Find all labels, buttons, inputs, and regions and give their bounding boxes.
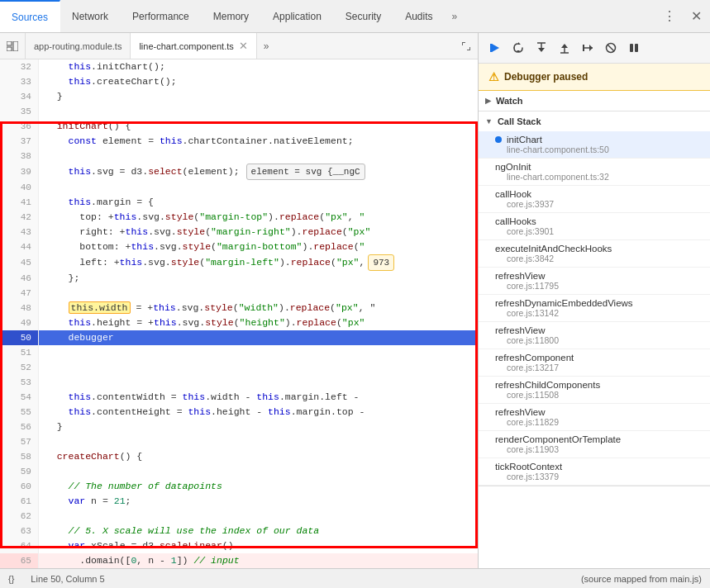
file-tab-close-button[interactable]: ✕ <box>239 40 248 51</box>
value-tooltip-973[interactable]: 973 <box>368 254 394 271</box>
step-out-button[interactable] <box>555 38 574 58</box>
tab-memory[interactable]: Memory <box>202 0 261 32</box>
step-button[interactable] <box>578 38 598 58</box>
tab-memory-label: Memory <box>213 11 249 22</box>
call-stack-item-refreshview-1[interactable]: refreshView core.js:11795 <box>479 268 710 295</box>
code-line-45: 45 left: +this.svg.style("margin-left").… <box>0 254 478 271</box>
call-stack-fn-name: refreshComponent <box>495 353 574 363</box>
code-line-65: 65 .domain([0, n - 1]) // input <box>0 553 478 568</box>
nav-spacer <box>464 0 656 32</box>
call-stack-item-ngoninit[interactable]: ngOnInit line-chart.component.ts:32 <box>479 159 710 186</box>
call-stack-fn-name: executeInitAndCheckHooks <box>495 244 612 254</box>
file-tab-app-routing-label: app-routing.module.ts <box>34 41 122 51</box>
tab-performance[interactable]: Performance <box>121 0 202 32</box>
call-stack-item-refreshchild[interactable]: refreshChildComponents core.js:11508 <box>479 377 710 404</box>
call-stack-location: core.js:11795 <box>495 281 700 291</box>
code-line-48: 48 this.width = +this.svg.style("width")… <box>0 301 478 315</box>
svg-marker-8 <box>538 48 545 52</box>
step-over-button[interactable] <box>508 38 528 58</box>
code-line-50-debug: 50 debugger <box>0 330 478 345</box>
svg-marker-11 <box>561 44 568 48</box>
call-stack-location: line-chart.component.ts:50 <box>495 145 700 154</box>
inline-expression-tooltip[interactable]: element = svg {__ngC <box>246 164 365 180</box>
tab-audits[interactable]: Audits <box>393 0 445 32</box>
more-file-tabs-button[interactable]: » <box>257 33 276 59</box>
watch-section: ▶ Watch <box>479 91 710 111</box>
step-into-button[interactable] <box>531 38 551 58</box>
code-line-53: 53 <box>0 375 478 390</box>
call-stack-location: core.js:11508 <box>495 390 700 400</box>
code-line-32: 32 this.initChart(); <box>0 59 478 74</box>
code-line-63: 63 // 5. X scale will use the index of o… <box>0 524 478 538</box>
code-line-47: 47 <box>0 286 478 301</box>
code-line-33: 33 this.createChart(); <box>0 74 478 89</box>
svg-rect-4 <box>490 44 493 52</box>
code-line-64: 64 var xScale = d3.scaleLinear() <box>0 538 478 553</box>
code-line-54: 54 this.contentWidth = this.width - this… <box>0 390 478 405</box>
file-tab-app-routing[interactable]: app-routing.module.ts <box>26 33 131 59</box>
source-map-info: (source mapped from main.js) <box>581 574 702 584</box>
var-highlight-this-width: this.width <box>69 301 131 314</box>
deactivate-breakpoints-button[interactable] <box>601 38 621 58</box>
svg-rect-19 <box>635 44 638 52</box>
tab-security-label: Security <box>345 11 381 22</box>
call-stack-fn-name: callHook <box>495 189 531 199</box>
tab-sources[interactable]: Sources <box>0 0 60 32</box>
call-stack-fn-name: callHooks <box>495 216 536 226</box>
call-stack-item-callhooks[interactable]: callHooks core.js:3901 <box>479 213 710 240</box>
call-stack-item-refreshdynamic[interactable]: refreshDynamicEmbeddedViews core.js:1314… <box>479 295 710 322</box>
expand-icon <box>461 41 471 51</box>
tab-application[interactable]: Application <box>261 0 334 32</box>
call-stack-item-callhook[interactable]: callHook core.js:3937 <box>479 186 710 213</box>
call-stack-header[interactable]: ▼ Call Stack <box>479 111 710 131</box>
code-line-35: 35 <box>0 104 478 119</box>
call-stack-item-executeinit[interactable]: executeInitAndCheckHooks core.js:3842 <box>479 240 710 268</box>
step-icon <box>582 42 593 54</box>
call-stack-location: core.js:13217 <box>495 363 700 372</box>
tab-network-label: Network <box>72 11 108 22</box>
call-stack-arrow-icon: ▼ <box>485 117 493 126</box>
debugger-panel: ⚠ Debugger paused ▶ Watch ▼ Call Stack i… <box>479 33 710 568</box>
tab-network[interactable]: Network <box>60 0 121 32</box>
call-stack-item-tickroot[interactable]: tickRootContext core.js:13379 <box>479 458 710 486</box>
tab-security[interactable]: Security <box>334 0 393 32</box>
call-stack-item-rendercomponent[interactable]: renderComponentOrTemplate core.js:11903 <box>479 431 710 458</box>
deactivate-icon <box>605 42 617 54</box>
call-stack-item-refreshcomponent[interactable]: refreshComponent core.js:13217 <box>479 349 710 377</box>
code-line-61: 61 var n = 21; <box>0 494 478 509</box>
code-line-62: 62 <box>0 509 478 524</box>
code-line-38: 38 <box>0 149 478 164</box>
file-navigator-toggle[interactable] <box>0 33 26 59</box>
svg-rect-18 <box>630 44 633 52</box>
top-nav: Sources Network Performance Memory Appli… <box>0 0 710 33</box>
tab-performance-label: Performance <box>132 11 189 22</box>
cursor-position: Line 50, Column 5 <box>31 574 104 584</box>
tab-application-label: Application <box>273 11 322 22</box>
watch-section-header[interactable]: ▶ Watch <box>479 91 710 111</box>
code-line-58: 58 createChart() { <box>0 449 478 464</box>
step-out-icon <box>559 42 570 54</box>
svg-rect-6 <box>517 50 520 52</box>
call-stack-location: core.js:3937 <box>495 199 700 209</box>
more-tabs-button[interactable]: » <box>446 0 465 32</box>
code-editor[interactable]: 32 this.initChart(); 33 this.createChart… <box>0 59 478 568</box>
pause-on-exceptions-button[interactable] <box>624 38 644 58</box>
code-line-44: 44 bottom: +this.svg.style("margin-botto… <box>0 239 478 254</box>
call-stack-location: core.js:11903 <box>495 444 700 454</box>
code-line-55: 55 this.contentHeight = this.height - th… <box>0 405 478 420</box>
file-tab-line-chart[interactable]: line-chart.component.ts ✕ <box>131 33 256 59</box>
devtools-menu-button[interactable]: ⋮ <box>656 0 683 32</box>
resume-button[interactable] <box>485 38 505 58</box>
expand-editor-button[interactable] <box>455 33 478 59</box>
close-devtools-button[interactable]: ✕ <box>683 0 710 32</box>
step-into-icon <box>536 42 547 54</box>
call-stack-item-refreshview-2[interactable]: refreshView core.js:11800 <box>479 322 710 349</box>
code-lines: 32 this.initChart(); 33 this.createChart… <box>0 59 478 568</box>
call-stack-item-refreshview-3[interactable]: refreshView core.js:11829 <box>479 404 710 431</box>
active-frame-indicator <box>495 136 502 143</box>
file-tabs: app-routing.module.ts line-chart.compone… <box>0 33 478 59</box>
call-stack-fn-name: refreshView <box>495 407 546 417</box>
watch-label: Watch <box>496 96 523 106</box>
code-line-42: 42 top: +this.svg.style("margin-top").re… <box>0 210 478 225</box>
call-stack-item-initchart[interactable]: initChart line-chart.component.ts:50 <box>479 131 710 159</box>
